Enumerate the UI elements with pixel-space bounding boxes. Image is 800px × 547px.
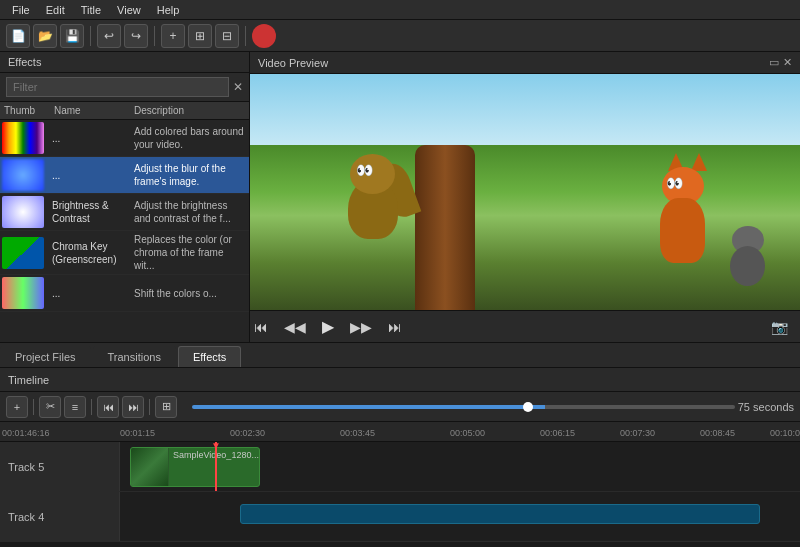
tab-transitions[interactable]: Transitions <box>93 346 176 367</box>
ruler-00345: 00:03:45 <box>340 428 375 438</box>
zoom-label: 75 seconds <box>738 401 794 413</box>
effect-thumb-brightness <box>2 196 44 228</box>
timeline-zoom: 75 seconds <box>738 401 794 413</box>
effect-desc-brightness: Adjust the brightness and contrast of th… <box>130 197 249 227</box>
effect-color-shift[interactable]: ... Shift the colors o... <box>0 275 249 312</box>
effect-name-blur: ... <box>50 167 130 184</box>
preview-close-icon[interactable]: ✕ <box>783 56 792 69</box>
effect-desc-blur: Adjust the blur of the frame's image. <box>130 160 249 190</box>
squirrel-head: 👀 <box>350 154 395 194</box>
menu-file[interactable]: File <box>4 2 38 18</box>
effect-name-color: ... <box>50 285 130 302</box>
new-button[interactable]: 📄 <box>6 24 30 48</box>
preview-minimize-icon[interactable]: ▭ <box>769 56 779 69</box>
prev-frame-button[interactable]: ◀◀ <box>280 317 310 337</box>
tl-sep-3 <box>149 399 150 415</box>
effect-name-chroma: Chroma Key (Greenscreen) <box>50 238 130 268</box>
menu-edit[interactable]: Edit <box>38 2 73 18</box>
redo-button[interactable]: ↪ <box>124 24 148 48</box>
bottom-tabs: Project Files Transitions Effects <box>0 342 800 368</box>
effect-bars[interactable]: ... Add colored bars around your video. <box>0 120 249 157</box>
filter-clear-icon[interactable]: ✕ <box>233 80 243 94</box>
tl-sep-2 <box>91 399 92 415</box>
col-thumb: Thumb <box>4 105 54 116</box>
scene-raccoon <box>723 226 773 286</box>
fox-body <box>660 198 705 263</box>
tab-effects[interactable]: Effects <box>178 346 241 367</box>
effects-list: ... Add colored bars around your video. … <box>0 120 249 342</box>
menu-title[interactable]: Title <box>73 2 109 18</box>
col-name: Name <box>54 105 134 116</box>
ruler-00730: 00:07:30 <box>620 428 655 438</box>
open-button[interactable]: 📂 <box>33 24 57 48</box>
tl-prev-marker[interactable]: ⏮ <box>97 396 119 418</box>
zoom-handle[interactable] <box>523 402 533 412</box>
menu-help[interactable]: Help <box>149 2 188 18</box>
clip-audio[interactable] <box>240 504 760 524</box>
track-5: Track 5 SampleVideo_1280... <box>0 442 800 492</box>
main-content: Effects ✕ Thumb Name Description ... Add… <box>0 52 800 342</box>
tl-add-button[interactable]: + <box>6 396 28 418</box>
undo-button[interactable]: ↩ <box>97 24 121 48</box>
effects-panel: Effects ✕ Thumb Name Description ... Add… <box>0 52 250 342</box>
next-frame-button[interactable]: ▶▶ <box>346 317 376 337</box>
save-button[interactable]: 💾 <box>60 24 84 48</box>
raccoon-body <box>730 246 765 286</box>
effect-brightness[interactable]: Brightness & Contrast Adjust the brightn… <box>0 194 249 231</box>
record-button[interactable] <box>252 24 276 48</box>
effect-chroma[interactable]: Chroma Key (Greenscreen) Replaces the co… <box>0 231 249 275</box>
effect-thumb-bars <box>2 122 44 154</box>
tl-fullscreen-button[interactable]: ⊞ <box>155 396 177 418</box>
scene-tree <box>415 145 475 310</box>
effect-desc-bars: Add colored bars around your video. <box>130 123 249 153</box>
effect-desc-color: Shift the colors o... <box>130 285 249 302</box>
import-button[interactable]: + <box>161 24 185 48</box>
effect-thumb-color <box>2 277 44 309</box>
export-button[interactable]: ⊞ <box>188 24 212 48</box>
play-button[interactable]: ▶ <box>318 315 338 338</box>
main-toolbar: 📄 📂 💾 ↩ ↪ + ⊞ ⊟ <box>0 20 800 52</box>
effect-name-bars: ... <box>50 130 130 147</box>
preview-header: Video Preview ▭ ✕ <box>250 52 800 74</box>
timeline-header: Timeline <box>0 368 800 392</box>
ruler-01000: 00:10:00 <box>770 428 800 438</box>
fast-forward-button[interactable]: ⏭ <box>384 317 406 337</box>
preview-video: 👀 👀 <box>250 74 800 310</box>
effects-panel-title: Effects <box>0 52 249 73</box>
rewind-button[interactable]: ⏮ <box>250 317 272 337</box>
track-5-label: Track 5 <box>0 442 120 491</box>
preferences-button[interactable]: ⊟ <box>215 24 239 48</box>
scene-squirrel: 👀 <box>333 149 413 239</box>
tab-project-files[interactable]: Project Files <box>0 346 91 367</box>
preview-header-icons: ▭ ✕ <box>769 56 792 69</box>
effect-blur[interactable]: ... Adjust the blur of the frame's image… <box>0 157 249 194</box>
tl-cut-button[interactable]: ✂ <box>39 396 61 418</box>
tl-trim-button[interactable]: ≡ <box>64 396 86 418</box>
preview-title: Video Preview <box>258 57 328 69</box>
menu-bar: File Edit Title View Help <box>0 0 800 20</box>
preview-panel: Video Preview ▭ ✕ 👀 <box>250 52 800 342</box>
track-4-label: Track 4 <box>0 492 120 541</box>
preview-controls: ⏮ ◀◀ ▶ ▶▶ ⏭ 📷 <box>250 310 800 342</box>
ruler-00500: 00:05:00 <box>450 428 485 438</box>
zoom-slider[interactable] <box>192 405 735 409</box>
menu-view[interactable]: View <box>109 2 149 18</box>
effect-name-brightness: Brightness & Contrast <box>50 197 130 227</box>
filter-input[interactable] <box>6 77 229 97</box>
col-desc: Description <box>134 105 245 116</box>
effect-desc-chroma: Replaces the color (or chroma of the fra… <box>130 231 249 274</box>
track-5-content: SampleVideo_1280... <box>120 442 800 491</box>
track-4-content <box>120 492 800 541</box>
video-scene: 👀 👀 <box>250 74 800 310</box>
snapshot-button[interactable]: 📷 <box>767 317 792 337</box>
tl-next-marker[interactable]: ⏭ <box>122 396 144 418</box>
toolbar-separator-3 <box>245 26 246 46</box>
timeline-ruler: 00:01:46:16 00:01:15 00:02:30 00:03:45 0… <box>0 422 800 442</box>
ruler-00230: 00:02:30 <box>230 428 265 438</box>
clip-sample-video[interactable]: SampleVideo_1280... <box>130 447 260 487</box>
scene-fox: 👀 <box>648 163 718 263</box>
filter-box: ✕ <box>0 73 249 102</box>
fox-ear-right <box>691 153 707 171</box>
ruler-00115: 00:01:15 <box>120 428 155 438</box>
tracks-area: Track 5 SampleVideo_1280... Track 4 <box>0 442 800 542</box>
